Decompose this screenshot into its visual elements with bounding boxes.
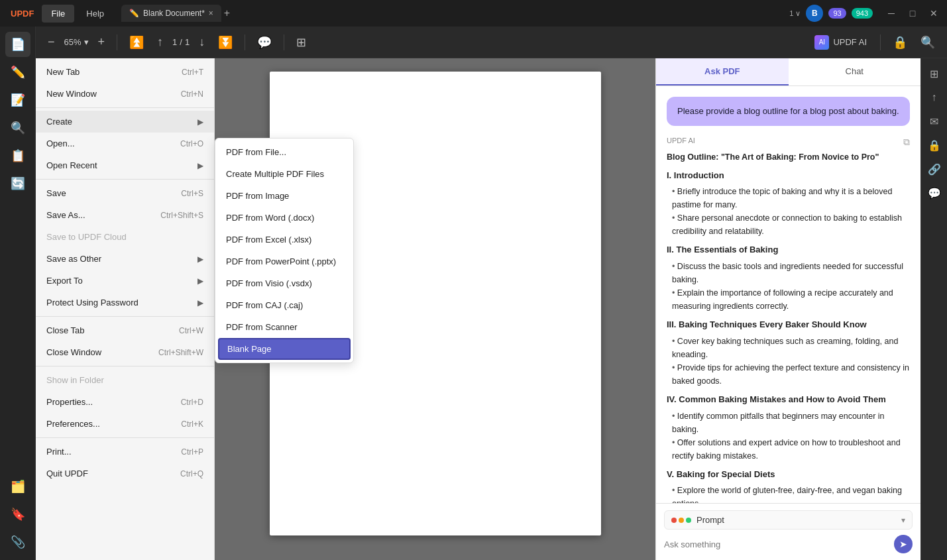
minimize-button[interactable]: ─ [883, 5, 899, 21]
toolbar: − 65% ▾ + ⏫ ↑ 1 / 1 ↓ ⏬ 💬 ⊞ AI UPDF AI [36, 27, 947, 58]
user-prompt-bubble: Please provide a blog outline for a blog… [667, 97, 910, 126]
page-current: 1 [172, 37, 177, 47]
updf-ai-label: UPDF AI [833, 37, 867, 47]
menu-save-other[interactable]: Save as Other ▶ [36, 248, 214, 270]
sidebar-right-export[interactable]: ↑ [924, 87, 944, 107]
sidebar-icon-attachment[interactable]: 📎 [5, 530, 30, 555]
badge-93: 93 [828, 8, 846, 19]
menu-save-as[interactable]: Save As... Ctrl+Shift+S [36, 204, 214, 226]
submenu-pdf-from-file[interactable]: PDF from File... [215, 141, 353, 163]
next-page-button[interactable]: ↓ [195, 32, 209, 52]
menu-close-tab[interactable]: Close Tab Ctrl+W [36, 319, 214, 341]
submenu-pdf-from-visio[interactable]: PDF from Visio (.vsdx) [215, 272, 353, 294]
menu-open[interactable]: Open... Ctrl+O [36, 133, 214, 154]
submenu-blank-page[interactable]: Blank Page [218, 338, 351, 360]
sidebar-icon-search[interactable]: 🔍 [5, 115, 30, 140]
file-menu-button[interactable]: File [42, 5, 74, 23]
ai-response-content: Blog Outline: "The Art of Baking: From N… [656, 150, 920, 504]
menu-protect-password[interactable]: Protect Using Password ▶ [36, 292, 214, 313]
close-tab-icon[interactable]: × [209, 9, 213, 18]
ai-send-button[interactable]: ➤ [894, 535, 913, 553]
zoom-level: 65% [64, 37, 82, 47]
dot-green [686, 518, 691, 523]
sidebar-left: 📄 ✏️ 📝 🔍 📋 🔄 🗂️ 🔖 📎 [0, 27, 36, 560]
ai-icon: AI [814, 35, 829, 50]
ai-ask-input[interactable] [664, 539, 889, 549]
dot-yellow [679, 518, 684, 523]
menu-separator-2 [36, 179, 214, 180]
sidebar-icon-bookmark[interactable]: 🔖 [5, 502, 30, 527]
sidebar-icon-annotate[interactable]: 📝 [5, 87, 30, 113]
first-page-button[interactable]: ⏫ [125, 32, 148, 52]
sidebar-icon-convert[interactable]: 🔄 [5, 171, 30, 196]
copy-response-button[interactable]: ⧉ [903, 137, 910, 148]
menu-new-window[interactable]: New Window Ctrl+N [36, 83, 214, 105]
sidebar-icon-edit[interactable]: ✏️ [5, 60, 30, 85]
close-button[interactable]: ✕ [926, 5, 942, 21]
zoom-area: 65% ▾ [64, 37, 89, 47]
last-page-button[interactable]: ⏬ [214, 32, 237, 52]
grid-view-button[interactable]: ⊞ [292, 32, 310, 52]
menu-open-recent[interactable]: Open Recent ▶ [36, 154, 214, 176]
menu-print[interactable]: Print... Ctrl+P [36, 441, 214, 463]
version-badge: 1 ∨ [789, 9, 801, 18]
sidebar-right-lock[interactable]: 🔒 [924, 135, 944, 155]
sidebar-icon-layers[interactable]: 🗂️ [5, 474, 30, 499]
content-area: New Tab Ctrl+T New Window Ctrl+N Create … [36, 58, 947, 560]
page-total: 1 [185, 37, 190, 47]
submenu-create-multiple[interactable]: Create Multiple PDF Files [215, 163, 353, 185]
menu-quit[interactable]: Quit UPDF Ctrl+Q [36, 463, 214, 484]
app-logo: UPDF [5, 6, 39, 21]
ai-prompt-selector[interactable]: Prompt ▾ [664, 510, 913, 530]
add-tab-button[interactable]: + [224, 7, 230, 19]
submenu-pdf-from-excel[interactable]: PDF from Excel (.xlsx) [215, 229, 353, 251]
menu-separator-1 [36, 107, 214, 108]
help-menu-button[interactable]: Help [77, 5, 113, 23]
search-button[interactable]: 🔍 [917, 32, 939, 52]
menu-preferences[interactable]: Preferences... Ctrl+K [36, 413, 214, 435]
menu-new-tab[interactable]: New Tab Ctrl+T [36, 61, 214, 83]
prompt-dots [671, 518, 691, 523]
zoom-in-button[interactable]: + [94, 32, 109, 52]
sidebar-right-mail[interactable]: ✉ [924, 111, 944, 131]
tab-area: ✏️ Blank Document* × + [121, 5, 787, 22]
ai-panel: Ask PDF Chat Please provide a blog outli… [655, 58, 920, 560]
sidebar-right-chat[interactable]: 💬 [924, 183, 944, 203]
zoom-out-button[interactable]: − [44, 32, 59, 52]
tab-title: Blank Document* [143, 9, 205, 18]
menu-save-cloud: Save to UPDF Cloud [36, 226, 214, 248]
toolbar-separator-4 [880, 34, 881, 50]
menu-properties[interactable]: Properties... Ctrl+D [36, 391, 214, 413]
submenu-pdf-from-image[interactable]: PDF from Image [215, 185, 353, 207]
document-tab[interactable]: ✏️ Blank Document* × [121, 5, 221, 22]
maximize-button[interactable]: □ [905, 5, 920, 21]
titlebar: UPDF File Help ✏️ Blank Document* × + 1 … [0, 0, 947, 27]
response-title: Blog Outline: "The Art of Baking: From N… [667, 152, 879, 162]
menu-separator-4 [36, 366, 214, 366]
updf-ai-button[interactable]: AI UPDF AI [809, 32, 872, 52]
sidebar-icon-document[interactable]: 📄 [5, 32, 30, 57]
ai-tab-chat[interactable]: Chat [789, 58, 921, 85]
submenu-pdf-from-scanner[interactable]: PDF from Scanner [215, 316, 353, 338]
zoom-dropdown-button[interactable]: ▾ [84, 37, 89, 47]
submenu-pdf-from-caj[interactable]: PDF from CAJ (.caj) [215, 294, 353, 316]
prev-page-button[interactable]: ↑ [153, 32, 167, 52]
menu-close-window[interactable]: Close Window Ctrl+Shift+W [36, 341, 214, 363]
ai-tabs: Ask PDF Chat [656, 58, 920, 86]
sidebar-right-thumbnail[interactable]: ⊞ [924, 64, 944, 84]
sidebar-icon-organize[interactable]: 📋 [5, 143, 30, 168]
ai-tab-ask-pdf[interactable]: Ask PDF [656, 58, 789, 85]
menu-export-to[interactable]: Export To ▶ [36, 270, 214, 292]
comment-button[interactable]: 💬 [253, 32, 276, 52]
menu-create[interactable]: Create ▶ [36, 111, 214, 133]
sidebar-right-apps[interactable]: 🔗 [924, 159, 944, 179]
toolbar-separator-2 [245, 34, 245, 50]
lock-button[interactable]: 🔒 [889, 32, 911, 52]
user-avatar[interactable]: B [806, 5, 823, 22]
dot-red [671, 518, 677, 523]
menu-save[interactable]: Save Ctrl+S [36, 182, 214, 204]
prompt-chevron-icon: ▾ [901, 516, 905, 525]
submenu-pdf-from-word[interactable]: PDF from Word (.docx) [215, 207, 353, 229]
submenu-pdf-from-powerpoint[interactable]: PDF from PowerPoint (.pptx) [215, 251, 353, 272]
ai-bottom-bar: Prompt ▾ ➤ [656, 503, 920, 560]
